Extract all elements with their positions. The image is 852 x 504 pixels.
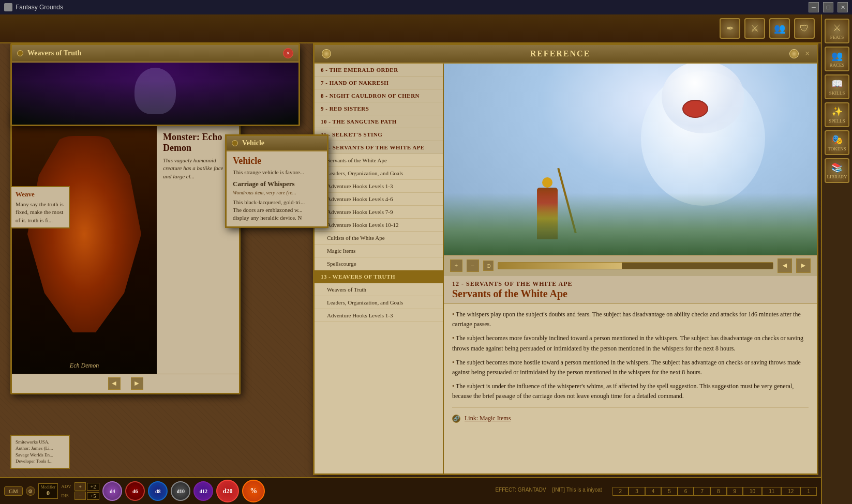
- content-prev-button[interactable]: ◄: [778, 258, 792, 273]
- monster-background: [12, 126, 157, 374]
- dice-d10-button[interactable]: d10: [171, 481, 190, 501]
- tokens-label: TOKENS: [828, 146, 846, 151]
- dice-d6-button[interactable]: d6: [125, 481, 145, 501]
- reference-header: REFERENCE ×: [315, 45, 817, 64]
- skills-button[interactable]: 📖 SKILLS: [825, 74, 849, 99]
- toc-item-s6[interactable]: Adventure Hooks Levels 10-12: [315, 219, 443, 232]
- toc-item-ch9[interactable]: 9 - Red Sisters: [315, 102, 443, 115]
- link-icon: 🔗: [452, 415, 460, 423]
- modifier-box: Modifier 0: [38, 483, 58, 499]
- title-bar: Fantasy Grounds ─ □ ✕: [0, 0, 852, 14]
- library-icon: 📚: [831, 162, 843, 173]
- races-button[interactable]: 👥 RACES: [825, 47, 849, 71]
- toc-item-ch10[interactable]: 10 - The Sanguine Path: [315, 115, 443, 128]
- weavers-body-text: Many say the truth is fixed, make the mo…: [16, 201, 65, 224]
- close-button[interactable]: ✕: [838, 2, 848, 12]
- toc-item-ch11[interactable]: 11 - Selket's Sting: [315, 128, 443, 141]
- toc-item-s9[interactable]: Spellscourge: [315, 257, 443, 270]
- toc-item-t3[interactable]: Adventure Hooks Levels 1-3: [315, 309, 443, 322]
- shield-toolbar-button[interactable]: 🛡: [794, 18, 815, 39]
- weavers-image-area: [12, 63, 298, 125]
- toc-item-t2[interactable]: Leaders, Organization, and Goals: [315, 296, 443, 309]
- dis-value: +5: [87, 492, 99, 500]
- weavers-text-panel: Weave Many say the truth is fixed, make …: [10, 186, 70, 228]
- toc-item-s2[interactable]: Leaders, Organization, and Goals: [315, 167, 443, 180]
- content-divider: [452, 407, 809, 407]
- toc-item-t1[interactable]: Weavers of Truth: [315, 283, 443, 296]
- progress-bar[interactable]: [498, 262, 773, 269]
- minimize-button[interactable]: ─: [809, 2, 819, 12]
- monster-description: This vaguely humanoid creature has a bat…: [163, 157, 233, 180]
- adv-row: ADV + +2: [61, 482, 99, 491]
- content-text-scroll[interactable]: The whispers play upon the subject's dou…: [444, 303, 817, 474]
- quill-toolbar-button[interactable]: ✒: [720, 18, 740, 39]
- vehicle-window-title: Vehicle: [242, 139, 264, 147]
- gm-badge[interactable]: GM: [4, 486, 23, 496]
- adv-plus-button[interactable]: +: [74, 482, 86, 491]
- seg-1: 1: [800, 487, 817, 496]
- spells-icon: ✨: [831, 106, 843, 117]
- content-image-area: [444, 64, 817, 255]
- modifier-label: Modifier: [41, 485, 55, 490]
- vehicle-intro: This strange vehicle is favore...: [233, 169, 321, 176]
- library-label: LIBRARY: [827, 174, 847, 179]
- seg-9: 9: [727, 487, 743, 496]
- toc-item-s1[interactable]: Servants of the White Ape: [315, 154, 443, 167]
- seg-5: 5: [661, 487, 678, 496]
- races-label: RACES: [829, 63, 844, 68]
- sword-toolbar-button[interactable]: ⚔: [744, 18, 765, 39]
- top-toolbar: ✒ ⚔ 👥 🛡: [0, 14, 821, 43]
- adv-value: +2: [87, 483, 99, 491]
- monster-next-button[interactable]: ►: [131, 377, 143, 390]
- weavers-close-button[interactable]: ×: [283, 48, 293, 58]
- content-link[interactable]: Link: Magic Items: [465, 415, 511, 422]
- weavers-window: Weavers of Truth ×: [10, 43, 300, 126]
- library-button[interactable]: 📚 LIBRARY: [825, 158, 849, 183]
- toc-item-s4[interactable]: Adventure Hooks Levels 4-6: [315, 193, 443, 206]
- dice-pct-button[interactable]: %: [242, 480, 265, 502]
- seg-12: 12: [781, 487, 800, 496]
- monster-caption: Ech Demon: [12, 362, 157, 370]
- seg-3: 3: [629, 487, 645, 496]
- feats-button[interactable]: ⚔ FEATS: [825, 19, 849, 43]
- seg-2: 2: [612, 487, 629, 496]
- settings-icon[interactable]: ⚙: [26, 486, 35, 496]
- toc-item-ch6[interactable]: 6 - The Emerald Order: [315, 64, 443, 77]
- toc-item-s3[interactable]: Adventure Hooks Levels 1-3: [315, 180, 443, 193]
- adv-dis-box: ADV + +2 DIS − +5: [61, 482, 99, 500]
- toc-item-s7[interactable]: Cultists of the White Ape: [315, 232, 443, 245]
- dice-d8-button[interactable]: d8: [148, 481, 168, 501]
- content-bullet-1: The whispers play upon the subject's dou…: [452, 310, 809, 329]
- content-section-title: Servants of the White Ape: [452, 288, 809, 303]
- content-next-button[interactable]: ►: [796, 258, 811, 273]
- dis-minus-button[interactable]: −: [74, 492, 86, 500]
- toc-item-s8[interactable]: Magic Items: [315, 245, 443, 257]
- monster-prev-button[interactable]: ◄: [108, 377, 121, 390]
- people-toolbar-button[interactable]: 👥: [769, 18, 790, 39]
- toc-item-ch7[interactable]: 7 - Hand of Nakresh: [315, 77, 443, 89]
- toc-item-ch12[interactable]: 12 - Servants of the White Ape: [315, 141, 443, 154]
- content-bullet-2: The subject becomes more favorably incli…: [452, 333, 809, 353]
- tokens-button[interactable]: 🎭 TOKENS: [825, 130, 849, 155]
- content-panel: + − ⊙ ◄ ► 12 - SERVANTS OF THE WHITE APE…: [444, 64, 817, 474]
- dice-d20-button[interactable]: d20: [216, 480, 239, 502]
- spells-button[interactable]: ✨ SPELLS: [825, 102, 849, 127]
- reference-nav-bar: + − ⊙ ◄ ►: [444, 255, 817, 276]
- dice-d4-button[interactable]: d4: [102, 481, 122, 501]
- dis-label: DIS: [61, 493, 73, 498]
- zoom-out-button[interactable]: −: [467, 259, 479, 272]
- toc-item-ch13[interactable]: 13 - Weavers of Truth: [315, 270, 443, 283]
- attribution-box: Smiteworks USA, Author: James (Li... Sav…: [10, 435, 70, 469]
- fit-button[interactable]: ⊙: [483, 261, 494, 271]
- maximize-button[interactable]: □: [823, 2, 833, 12]
- dice-d12-button[interactable]: d12: [193, 481, 213, 501]
- toc-item-s5[interactable]: Adventure Hooks Levels 7-9: [315, 206, 443, 219]
- reference-gem-icon-right: [789, 49, 799, 58]
- content-chapter-label: 12 - SERVANTS OF THE WHITE APE: [452, 280, 809, 288]
- zoom-in-button[interactable]: +: [450, 259, 462, 272]
- reference-close-button[interactable]: ×: [805, 49, 810, 58]
- monster-image-area: Ech Demon: [12, 126, 157, 374]
- app-icon: [4, 3, 12, 11]
- toc-item-ch8[interactable]: 8 - Night Cauldron of Chern: [315, 89, 443, 102]
- effect-status: EFFECT: GRANTADV: [495, 487, 546, 496]
